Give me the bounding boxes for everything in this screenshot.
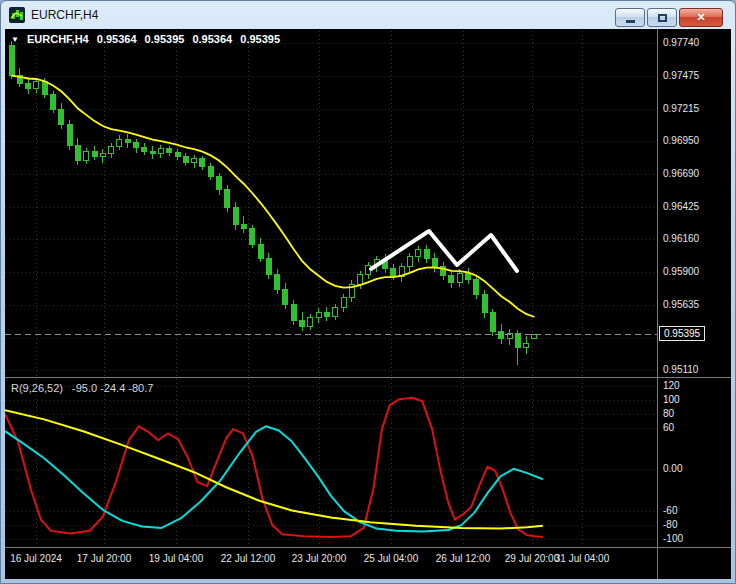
time-label: 22 Jul 12:00 (221, 553, 276, 564)
chart-marker-icon: ▼ (11, 35, 19, 44)
time-label: 25 Jul 04:00 (364, 553, 419, 564)
maximize-icon (658, 14, 667, 22)
indicator-tick-label: 0.00 (663, 463, 682, 474)
time-label: 26 Jul 12:00 (436, 553, 491, 564)
indicator-tick-label: -60 (663, 505, 677, 516)
price-tick-label: 0.96690 (663, 168, 699, 179)
indicator-name: R(9,26,52) (11, 382, 63, 394)
close-button[interactable]: ✕ (679, 8, 723, 27)
price-tick-label: 0.95635 (663, 299, 699, 310)
indicator-tick-label: -100 (663, 533, 683, 544)
time-axis[interactable]: 16 Jul 202417 Jul 20:0019 Jul 04:0022 Ju… (5, 548, 657, 581)
price-tick-label: 0.97215 (663, 103, 699, 114)
close-icon: ✕ (696, 12, 705, 23)
ohlc-readout: ▼ EURCHF,H4 0.95364 0.95395 0.95364 0.95… (11, 33, 285, 45)
time-label: 19 Jul 04:00 (149, 553, 204, 564)
indicator-canvas[interactable] (5, 379, 657, 546)
indicator-tick-label: 120 (663, 380, 680, 391)
price-tick-label: 0.96160 (663, 233, 699, 244)
low-value: 0.95364 (192, 33, 232, 45)
time-label: 23 Jul 20:00 (292, 553, 347, 564)
maximize-button[interactable] (647, 8, 677, 27)
time-label: 16 Jul 2024 (10, 553, 62, 564)
close-value: 0.95395 (240, 33, 280, 45)
time-label: 29 Jul 20:00 (505, 553, 560, 564)
indicator-tick-label: 60 (663, 422, 674, 433)
open-value: 0.95364 (97, 33, 137, 45)
high-value: 0.95395 (145, 33, 185, 45)
price-tick-label: 0.97740 (663, 37, 699, 48)
symbol-timeframe-label: EURCHF,H4 (27, 33, 89, 45)
moving-average-line (12, 76, 535, 317)
indicator-readout: R(9,26,52) -95.0 -24.4 -80.7 (11, 382, 159, 394)
indicator-values: -95.0 -24.4 -80.7 (72, 382, 153, 394)
price-tick-label: 0.96950 (663, 135, 699, 146)
price-tick-label: 0.95900 (663, 266, 699, 277)
price-tick-label: 0.96425 (663, 201, 699, 212)
panel-divider[interactable] (5, 377, 731, 378)
chart-client-area: 16 Jul 202417 Jul 20:0019 Jul 04:0022 Ju… (5, 29, 731, 579)
window-title: EURCHF,H4 (31, 8, 98, 22)
time-label: 31 Jul 04:00 (555, 553, 610, 564)
indicator-tick-label: -80 (663, 519, 677, 530)
window-icon[interactable] (9, 7, 25, 23)
minimize-button[interactable] (615, 8, 645, 27)
time-label: 17 Jul 20:00 (77, 553, 132, 564)
indicator-line-fast-red (5, 398, 543, 537)
minimize-icon (626, 20, 635, 23)
current-price-tag: 0.95395 (659, 326, 705, 341)
window: EURCHF,H4 ✕ 16 Jul 202417 Jul 20:0019 Ju… (0, 0, 736, 584)
indicator-tick-label: 80 (663, 408, 674, 419)
price-tick-label: 0.97475 (663, 70, 699, 81)
price-tick-label: 0.95110 (663, 364, 698, 375)
price-axis[interactable]: 0.95395 0.977400.974750.972150.969500.96… (658, 29, 731, 579)
title-bar: EURCHF,H4 ✕ (1, 1, 735, 29)
indicator-tick-label: 100 (663, 394, 680, 405)
axis-divider (5, 547, 731, 548)
main-chart-canvas[interactable] (5, 31, 657, 376)
